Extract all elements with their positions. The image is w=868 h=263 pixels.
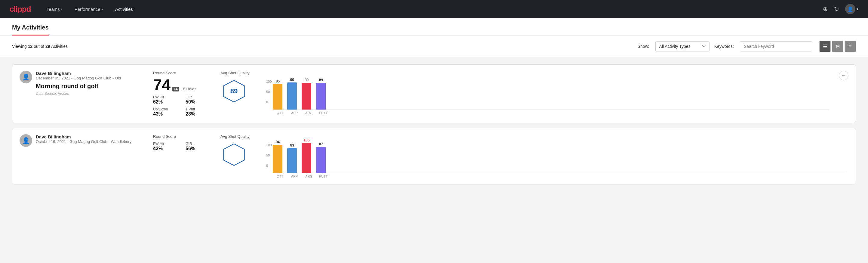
app-value: 90 — [290, 78, 294, 82]
shot-quality-hexagon: 89 — [220, 78, 248, 105]
chart-y-axis: 100 50 0 — [266, 143, 273, 173]
ott-bar — [273, 84, 282, 110]
nav-activities[interactable]: Activities — [114, 7, 134, 12]
app-bar — [287, 148, 297, 173]
chart-x-labels: OTT APP ARG PUTT — [266, 175, 846, 178]
user-name: Dave Billingham — [36, 134, 131, 139]
gir-label: GIR — [186, 142, 213, 146]
app-value: 83 — [290, 143, 294, 147]
fw-hit-value: 43% — [153, 146, 181, 151]
grid-view-button[interactable]: ⊞ — [832, 40, 843, 52]
avg-shot-quality-section: Avg Shot Quality — [220, 134, 256, 168]
avg-shot-quality-label: Avg Shot Quality — [220, 71, 250, 75]
bar-group-arg: 106 — [302, 138, 311, 173]
fw-hit-value: 62% — [153, 99, 181, 105]
ott-label: OTT — [275, 111, 285, 115]
ott-value: 94 — [276, 140, 280, 144]
list-expanded-view-button[interactable]: ≡ — [844, 40, 856, 52]
activity-card: 👤 Dave Billingham December 05, 2021 - Go… — [12, 64, 856, 123]
chart-x-labels: OTT APP ARG PUTT — [266, 111, 829, 115]
page-title: My Activities — [12, 18, 49, 35]
filter-bar: Viewing 12 out of 29 Activities Show: Al… — [0, 36, 868, 57]
gir-item: GIR 56% — [186, 142, 213, 151]
bar-group-app: 83 — [287, 143, 297, 173]
one-putt-value: 28% — [186, 111, 213, 117]
keywords-label: Keywords: — [714, 44, 734, 49]
bar-group-arg: 89 — [302, 78, 311, 110]
card-left: 👤 Dave Billingham October 16, 2021 - Gog… — [20, 134, 146, 147]
bar-group-putt: 89 — [316, 78, 326, 110]
avatar: 👤 — [845, 4, 856, 14]
activity-type-select[interactable]: All Activity Types — [655, 41, 710, 52]
shot-quality-hexagon — [220, 141, 248, 168]
card-left: 👤 Dave Billingham December 05, 2021 - Go… — [20, 71, 146, 96]
putt-bar — [316, 147, 326, 173]
arg-label: ARG — [304, 175, 314, 178]
app-label: APP — [290, 111, 299, 115]
fw-hit-label: FW Hit — [153, 95, 181, 99]
ott-bar — [273, 145, 282, 173]
user-name: Dave Billingham — [36, 71, 121, 76]
app-label: APP — [290, 175, 299, 178]
page-header: My Activities — [0, 18, 868, 36]
gir-value: 56% — [186, 146, 213, 151]
gir-label: GIR — [186, 95, 213, 99]
activity-title: Morning round of golf — [36, 83, 121, 90]
arg-label: ARG — [304, 111, 314, 115]
round-score-section: Round Score FW Hit 43% GIR 56% — [153, 134, 213, 151]
arg-value: 106 — [304, 138, 309, 142]
chart-bars: 85 90 89 89 — [273, 80, 829, 110]
activity-date: December 05, 2021 - Gog Magog Golf Club … — [36, 76, 121, 80]
list-dense-view-button[interactable]: ☰ — [819, 40, 831, 52]
holes-count: 18 Holes — [181, 87, 196, 91]
avg-shot-quality-label: Avg Shot Quality — [220, 134, 250, 139]
round-score-section: Round Score 74 +4 18 Holes FW Hit 62% GI… — [153, 71, 213, 117]
svg-marker-1 — [224, 144, 245, 166]
ott-value: 85 — [276, 79, 280, 83]
activity-date: October 16, 2021 - Gog Magog Golf Club -… — [36, 139, 131, 144]
user-icon: 👤 — [22, 137, 30, 144]
search-input[interactable] — [740, 41, 812, 52]
nav-teams[interactable]: Teams ▾ — [45, 7, 64, 12]
updown-value: 43% — [153, 111, 181, 117]
putt-value: 87 — [319, 142, 323, 146]
bar-group-ott: 94 — [273, 140, 282, 173]
show-label: Show: — [638, 44, 649, 49]
chevron-down-icon: ▾ — [61, 7, 63, 11]
view-buttons: ☰ ⊞ ≡ — [819, 40, 856, 52]
add-icon[interactable]: ⊕ — [823, 5, 828, 12]
round-score-value: 74 — [153, 77, 170, 93]
arg-bar — [302, 143, 311, 173]
gir-item: GIR 50% — [186, 95, 213, 105]
user-avatar-button[interactable]: 👤 ▾ — [845, 4, 858, 14]
app-bar — [287, 83, 297, 110]
data-source: Data Source: Arccos — [36, 91, 121, 96]
shot-quality-score: 89 — [230, 87, 238, 95]
ott-label: OTT — [275, 175, 285, 178]
nav-performance[interactable]: Performance ▾ — [73, 7, 104, 12]
refresh-icon[interactable]: ↻ — [834, 5, 839, 12]
one-putt-label: 1 Putt — [186, 107, 213, 111]
putt-label: PUTT — [318, 175, 328, 178]
bar-group-putt: 87 — [316, 142, 326, 173]
edit-button[interactable]: ✏ — [839, 71, 848, 80]
app-logo[interactable]: clippd — [10, 4, 31, 14]
updown-label: Up/Down — [153, 107, 181, 111]
updown-item: Up/Down 43% — [153, 107, 181, 117]
round-score-label: Round Score — [153, 134, 213, 139]
one-putt-item: 1 Putt 28% — [186, 107, 213, 117]
chart-y-axis: 100 50 0 — [266, 80, 273, 110]
fw-hit-item: FW Hit 62% — [153, 95, 181, 105]
avatar-chevron: ▾ — [857, 7, 858, 11]
shot-quality-chart: 100 50 0 85 90 — [264, 71, 832, 115]
activities-list: 👤 Dave Billingham December 05, 2021 - Go… — [0, 57, 868, 192]
avg-shot-quality-section: Avg Shot Quality 89 — [220, 71, 256, 105]
stats-grid: FW Hit 43% GIR 56% — [153, 142, 213, 151]
user-icon: 👤 — [847, 6, 853, 12]
putt-value: 89 — [319, 78, 323, 82]
bar-group-ott: 85 — [273, 79, 282, 110]
chevron-down-icon: ▾ — [102, 7, 103, 11]
activity-card: 👤 Dave Billingham October 16, 2021 - Gog… — [12, 128, 856, 184]
fw-hit-label: FW Hit — [153, 142, 181, 146]
viewing-count-text: Viewing 12 out of 29 Activities — [12, 44, 68, 49]
